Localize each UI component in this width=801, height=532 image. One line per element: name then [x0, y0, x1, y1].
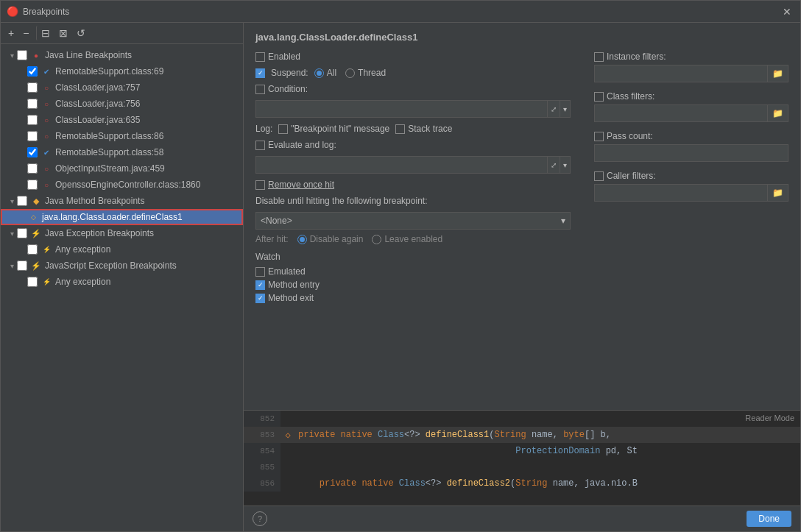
pass-count-input[interactable] — [594, 144, 788, 162]
log-message-checkbox[interactable] — [278, 124, 288, 134]
checkbox-opensso-1860[interactable] — [27, 180, 38, 190]
checkbox-classloader-635[interactable] — [27, 115, 38, 125]
close-button[interactable]: ✕ — [780, 4, 794, 19]
evaluate-expand-btn[interactable]: ⤢ — [548, 156, 560, 174]
breakpoints-tree: ▾ ● Java Line Breakpoints ✔ RemotableSup… — [1, 44, 243, 531]
expand-arrow-java-line[interactable]: ▾ — [7, 52, 17, 60]
class-filters-input[interactable] — [594, 104, 768, 122]
checkbox-java-exception[interactable] — [17, 228, 27, 238]
tree-group-js-exception[interactable]: ▾ ⚡ JavaScript Exception Breakpoints — [1, 258, 243, 274]
tree-item-classloader-635[interactable]: ○ ClassLoader.java:635 — [1, 112, 243, 128]
condition-expand-btn[interactable]: ⤢ — [548, 100, 560, 118]
checkbox-any-exception-js[interactable] — [27, 277, 38, 287]
expand-arrow-java-exception[interactable]: ▾ — [7, 230, 17, 238]
code-line-852: 852 — [244, 411, 800, 427]
remotable-58-label: RemotableSupport.class:58 — [55, 147, 163, 157]
checkbox-remotable-69[interactable] — [27, 66, 38, 77]
tree-item-remotable-58[interactable]: ✔ RemotableSupport.class:58 — [1, 144, 243, 160]
method-exit-option[interactable]: Method exit — [255, 293, 571, 303]
class-filters-checkbox[interactable] — [594, 92, 604, 102]
enabled-label[interactable]: Enabled — [255, 52, 300, 62]
checkbox-objectinputstream-459[interactable] — [27, 163, 38, 174]
suspend-all-option[interactable]: All — [314, 68, 336, 78]
instance-filters-input[interactable] — [594, 65, 768, 82]
tree-item-classloader-757[interactable]: ○ ClassLoader.java:757 — [1, 79, 243, 96]
remove-once-label[interactable]: Remove once hit — [255, 180, 334, 190]
suspend-all-radio[interactable] — [314, 68, 324, 78]
group2-button[interactable]: ⊠ — [56, 26, 71, 40]
disable-again-option[interactable]: Disable again — [297, 234, 364, 244]
caller-filters-input[interactable] — [594, 184, 768, 202]
tree-item-objectinputstream-459[interactable]: ○ ObjectInputStream.java:459 — [1, 160, 243, 177]
checkbox-java-line[interactable] — [17, 50, 27, 60]
evaluate-checkbox[interactable] — [255, 141, 265, 150]
leave-enabled-option[interactable]: Leave enabled — [372, 234, 442, 244]
left-panel: + − ⊟ ⊠ ↺ ▾ ● Java Line Breakpoints — [1, 23, 244, 531]
restore-button[interactable]: ↺ — [74, 26, 88, 40]
expand-arrow-js-exception[interactable]: ▾ — [7, 262, 17, 270]
emulated-option[interactable]: Emulated — [255, 266, 571, 277]
tree-group-java-line[interactable]: ▾ ● Java Line Breakpoints — [1, 47, 243, 63]
any-exception-js-icon: ⚡ — [40, 276, 52, 288]
caller-filters-folder-btn[interactable]: 📁 — [768, 184, 788, 202]
condition-checkbox[interactable] — [255, 85, 265, 94]
line-num-854: 854 — [244, 443, 280, 459]
tree-item-define-class1[interactable]: ◇ java.lang.ClassLoader.defineClass1 — [1, 209, 243, 225]
checkbox-js-exception[interactable] — [17, 260, 27, 271]
checkbox-remotable-58[interactable] — [27, 147, 38, 157]
emulated-checkbox[interactable] — [255, 267, 265, 277]
tree-item-any-exception-js[interactable]: ⚡ Any exception — [1, 274, 243, 290]
method-entry-option[interactable]: Method entry — [255, 280, 571, 290]
log-stack-trace-checkbox[interactable] — [395, 124, 405, 134]
evaluate-label[interactable]: Evaluate and log: — [255, 140, 336, 150]
caller-filters-checkbox[interactable] — [594, 171, 604, 181]
suspend-thread-radio[interactable] — [345, 68, 355, 78]
log-stack-trace-label[interactable]: Stack trace — [395, 124, 452, 134]
disable-until-select[interactable]: <None> ▾ — [255, 212, 571, 230]
method-entry-checkbox[interactable] — [255, 280, 265, 290]
remove-button[interactable]: − — [20, 26, 32, 40]
class-filters-folder-btn[interactable]: 📁 — [768, 104, 788, 122]
pass-count-checkbox[interactable] — [594, 132, 604, 141]
any-exception-js-label: Any exception — [55, 277, 110, 287]
tree-item-opensso-1860[interactable]: ○ OpenssoEngineController.class:1860 — [1, 177, 243, 193]
checkbox-classloader-757[interactable] — [27, 82, 38, 93]
instance-filters-folder-btn[interactable]: 📁 — [768, 65, 788, 82]
caller-filters-label-row: Caller filters: — [594, 171, 788, 181]
add-button[interactable]: + — [5, 26, 17, 40]
disable-again-radio[interactable] — [297, 235, 307, 244]
log-message-label[interactable]: "Breakpoint hit" message — [278, 124, 389, 134]
condition-row: Condition: — [255, 84, 571, 94]
checkbox-any-exception[interactable] — [27, 244, 38, 255]
tree-group-java-method[interactable]: ▾ ◆ Java Method Breakpoints — [1, 193, 243, 209]
pass-count-row: Pass count: — [594, 131, 788, 162]
leave-enabled-radio[interactable] — [372, 235, 381, 244]
remove-once-checkbox[interactable] — [255, 180, 265, 190]
condition-dropdown-btn[interactable]: ▾ — [560, 100, 571, 118]
tree-item-remotable-69[interactable]: ✔ RemotableSupport.class:69 — [1, 63, 243, 79]
instance-filters-checkbox[interactable] — [594, 52, 604, 62]
tree-item-any-exception[interactable]: ⚡ Any exception — [1, 241, 243, 258]
expand-arrow-java-method[interactable]: ▾ — [7, 197, 17, 205]
tree-item-classloader-756[interactable]: ○ ClassLoader.java:756 — [1, 96, 243, 112]
suspend-thread-option[interactable]: Thread — [345, 68, 386, 78]
watch-items: Emulated Method entry Method exit — [255, 266, 571, 303]
checkbox-java-method[interactable] — [17, 196, 27, 206]
classloader-757-icon: ○ — [40, 82, 52, 93]
checkbox-classloader-756[interactable] — [27, 99, 38, 109]
tree-item-remotable-86[interactable]: ○ RemotableSupport.class:86 — [1, 128, 243, 144]
method-exit-checkbox[interactable] — [255, 294, 265, 303]
condition-label[interactable]: Condition: — [255, 84, 308, 94]
done-button[interactable]: Done — [747, 511, 791, 527]
condition-input[interactable] — [255, 100, 548, 118]
group1-button[interactable]: ⊟ — [36, 26, 53, 40]
tree-group-java-exception[interactable]: ▾ ⚡ Java Exception Breakpoints — [1, 225, 243, 241]
evaluate-dropdown-btn[interactable]: ▾ — [560, 156, 571, 174]
enabled-checkbox[interactable] — [255, 52, 265, 62]
evaluate-input[interactable] — [255, 156, 548, 174]
class-filters-label-row: Class filters: — [594, 91, 788, 102]
help-button[interactable]: ? — [253, 511, 267, 526]
suspend-thread-label: Thread — [358, 68, 386, 78]
suspend-checkbox[interactable] — [255, 68, 265, 78]
checkbox-remotable-86[interactable] — [27, 131, 38, 141]
